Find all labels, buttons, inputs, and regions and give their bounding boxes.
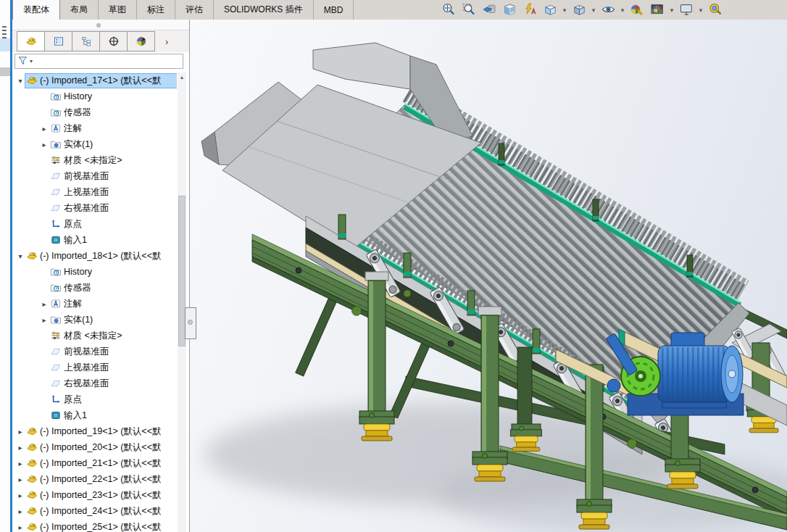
tree-row-content[interactable]: (-) Imported_18<1> (默认<<默 <box>25 249 177 263</box>
tree-row-content[interactable]: 实体(1) <box>49 313 177 327</box>
tree-filter-input[interactable]: ▾ <box>14 54 183 69</box>
tree-row-content[interactable]: 注解 <box>49 297 177 311</box>
ribbon-tab-1[interactable]: 装配体 <box>12 0 60 20</box>
tree-row-content[interactable]: 输入1 <box>49 233 177 247</box>
tree-expander-icon[interactable]: ▸ <box>15 460 25 467</box>
panel-tabs-expand-chevron[interactable]: › <box>165 36 168 47</box>
tree-row[interactable]: 上视基准面 <box>12 184 177 200</box>
tree-row[interactable]: 前视基准面 <box>12 168 177 184</box>
tree-row[interactable]: ▸实体(1) <box>12 312 177 328</box>
ribbon-tab-5[interactable]: 评估 <box>175 0 214 20</box>
tree-row-content[interactable]: 前视基准面 <box>49 345 177 359</box>
filter-caret-icon[interactable]: ▾ <box>28 58 34 65</box>
tree-row-content[interactable]: 传感器 <box>49 281 177 295</box>
annotation-visibility-icon[interactable] <box>521 1 538 19</box>
tree-row-content[interactable]: (-) Imported_19<1> (默认<<默 <box>25 425 177 439</box>
tree-expander-icon[interactable]: ▸ <box>39 316 49 324</box>
tree-row[interactable]: ▸(-) Imported_24<1> (默认<<默 <box>12 503 177 519</box>
previous-view-icon[interactable] <box>480 1 498 19</box>
view-settings-icon[interactable] <box>678 1 695 19</box>
tree-scrollbar[interactable]: ▲ <box>178 72 186 532</box>
view-orientation-icon[interactable] <box>541 1 559 19</box>
tree-row[interactable]: History <box>12 264 177 280</box>
tree-row-content[interactable]: 右视基准面 <box>49 201 177 215</box>
filter-funnel-icon[interactable] <box>17 55 28 68</box>
tree-row-content[interactable]: 实体(1) <box>49 138 177 151</box>
ribbon-tab-3[interactable]: 草图 <box>99 0 137 20</box>
scrollbar-thumb[interactable] <box>178 196 186 346</box>
panel-tab-dimxpertmanager[interactable] <box>99 31 128 51</box>
dropdown-caret-icon[interactable]: ▾ <box>562 7 567 14</box>
scrollbar-up-arrow[interactable]: ▲ <box>178 72 186 83</box>
tree-row-content[interactable]: History <box>49 265 177 278</box>
tree-row[interactable]: 传感器 <box>12 280 177 296</box>
edit-appearance-icon[interactable] <box>628 1 646 19</box>
tree-row-content[interactable]: (-) Imported_21<1> (默认<<默 <box>25 457 177 470</box>
panel-top-splitter[interactable] <box>12 20 189 30</box>
tree-expander-icon[interactable]: ▸ <box>39 125 49 133</box>
tree-row-content[interactable]: (-) Imported_25<1> (默认<<默 <box>25 520 177 532</box>
tree-row[interactable]: 上视基准面 <box>12 359 177 375</box>
tree-expander-icon[interactable]: ▾ <box>15 77 25 85</box>
ribbon-tab-7[interactable]: MBD <box>314 0 354 20</box>
tree-row-content[interactable]: 右视基准面 <box>49 377 177 391</box>
tree-row[interactable]: 右视基准面 <box>12 375 177 391</box>
panel-tab-displaymanager[interactable] <box>127 31 155 51</box>
tree-expander-icon[interactable]: ▸ <box>15 523 25 531</box>
tree-row-content[interactable]: (-) Imported_20<1> (默认<<默 <box>25 441 177 454</box>
tree-row-content[interactable]: 上视基准面 <box>49 361 177 375</box>
tree-expander-icon[interactable]: ▾ <box>15 252 25 260</box>
dropdown-caret-icon[interactable]: ▾ <box>620 7 625 14</box>
tree-row-content[interactable]: 上视基准面 <box>49 186 177 199</box>
tree-row[interactable]: ▾(-) Imported_17<1> (默认<<默 <box>12 72 177 88</box>
display-style-icon[interactable] <box>570 1 588 19</box>
tree-row[interactable]: 原点 <box>12 391 177 407</box>
tree-row[interactable]: ▸注解 <box>12 296 177 312</box>
tree-row-selected-content[interactable]: (-) Imported_17<1> (默认<<默 <box>25 74 177 88</box>
tree-row-content[interactable]: History <box>49 90 177 103</box>
tree-row[interactable]: ▸注解 <box>12 120 177 136</box>
tree-row[interactable]: ▸实体(1) <box>12 136 177 152</box>
tree-row[interactable]: 右视基准面 <box>12 200 177 216</box>
tree-expander-icon[interactable]: ▸ <box>15 491 25 499</box>
panel-collapse-handle[interactable] <box>185 307 196 339</box>
tree-row-content[interactable]: (-) Imported_22<1> (默认<<默 <box>25 473 177 486</box>
tree-row-content[interactable]: (-) Imported_24<1> (默认<<默 <box>25 504 177 518</box>
tree-row[interactable]: ▸(-) Imported_21<1> (默认<<默 <box>12 455 177 471</box>
tree-row-content[interactable]: 材质 <未指定> <box>49 329 177 343</box>
magnifier-icon[interactable] <box>707 1 724 19</box>
tree-row-content[interactable]: (-) Imported_23<1> (默认<<默 <box>25 489 177 502</box>
tree-row-content[interactable]: 原点 <box>49 217 177 231</box>
tree-expander-icon[interactable]: ▸ <box>39 300 49 308</box>
tree-row[interactable]: ▸(-) Imported_22<1> (默认<<默 <box>12 471 177 487</box>
section-view-icon[interactable] <box>501 1 518 19</box>
tree-row-content[interactable]: 前视基准面 <box>49 170 177 183</box>
panel-tab-configurationmanager[interactable] <box>72 31 100 51</box>
tree-expander-icon[interactable]: ▸ <box>15 444 25 452</box>
tree-row[interactable]: History <box>12 88 177 104</box>
tree-expander-icon[interactable]: ▸ <box>15 475 25 483</box>
tree-row-content[interactable]: 注解 <box>49 122 177 136</box>
hide-show-items-icon[interactable] <box>599 1 617 19</box>
apply-scene-icon[interactable] <box>649 1 666 19</box>
tree-row[interactable]: ▸(-) Imported_23<1> (默认<<默 <box>12 487 177 503</box>
tree-row[interactable]: ▸(-) Imported_19<1> (默认<<默 <box>12 423 177 439</box>
zoom-to-area-icon[interactable] <box>460 1 478 19</box>
tree-row[interactable]: 材质 <未指定> <box>12 328 177 344</box>
tree-row[interactable]: ▸(-) Imported_20<1> (默认<<默 <box>12 439 177 455</box>
tree-row[interactable]: ▾(-) Imported_18<1> (默认<<默 <box>12 248 177 264</box>
tree-expander-icon[interactable]: ▸ <box>15 507 25 515</box>
ribbon-tab-2[interactable]: 布局 <box>60 0 99 20</box>
graphics-area[interactable] <box>190 20 787 532</box>
dropdown-caret-icon[interactable]: ▾ <box>698 7 704 14</box>
tree-row-content[interactable]: 原点 <box>49 393 177 407</box>
dropdown-caret-icon[interactable]: ▾ <box>669 7 675 14</box>
tree-row[interactable]: 传感器 <box>12 104 177 120</box>
tree-row-content[interactable]: 输入1 <box>49 409 177 423</box>
ribbon-tab-6[interactable]: SOLIDWORKS 插件 <box>214 0 314 20</box>
3d-model-view[interactable] <box>190 20 787 532</box>
tree-expander-icon[interactable]: ▸ <box>39 141 49 149</box>
tree-row[interactable]: 前视基准面 <box>12 344 177 359</box>
panel-tab-featuremanager[interactable] <box>17 31 45 51</box>
panel-tab-propertymanager[interactable] <box>44 31 72 51</box>
